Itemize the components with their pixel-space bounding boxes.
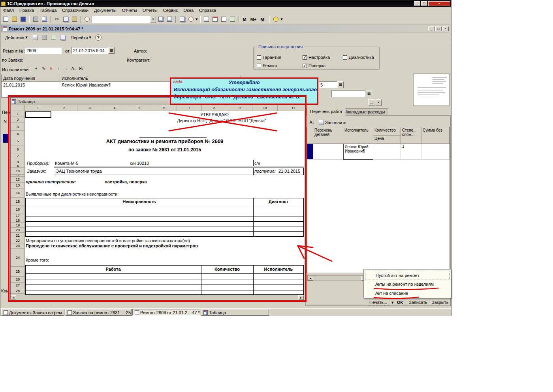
open-icon[interactable] bbox=[10, 15, 18, 23]
clear-field-button[interactable]: × bbox=[376, 99, 382, 106]
sheet-row-header[interactable]: 24 bbox=[11, 249, 25, 267]
sort-desc-icon[interactable]: Я↓ bbox=[78, 65, 85, 72]
tab-work-list[interactable]: Перечень работ bbox=[307, 108, 346, 116]
executors-col-date[interactable]: Дата поручения bbox=[2, 75, 60, 82]
sheet-body[interactable]: УТВЕРЖДАЮ Директор НПЦ "Дельта" ОАО "НПП… bbox=[25, 111, 304, 295]
task-repair[interactable]: Ремонт 2609 от 21.01.2...:47 * bbox=[132, 309, 200, 316]
repair-no-input[interactable] bbox=[25, 47, 62, 54]
refresh-icon[interactable] bbox=[50, 34, 58, 41]
sheet-row-header[interactable]: 25 bbox=[11, 267, 25, 277]
sheet-row-header[interactable]: 3 bbox=[11, 123, 25, 131]
grid-col-degree[interactable]: Степе... слож... bbox=[401, 127, 421, 144]
save-icon[interactable] bbox=[19, 15, 27, 23]
print-preview-icon[interactable] bbox=[40, 15, 48, 23]
doc-close-button[interactable]: × bbox=[442, 26, 449, 31]
executors-row-date[interactable]: 21.01.2015 bbox=[2, 82, 60, 89]
menu-item-catalogs[interactable]: Справочники bbox=[59, 7, 91, 13]
sheet-row-header[interactable]: 17 bbox=[11, 213, 25, 218]
sheet-col-header[interactable]: 1 bbox=[25, 105, 51, 111]
memory-m-plus-button[interactable]: М+ bbox=[249, 16, 258, 23]
menu-item-table[interactable]: Таблица bbox=[37, 7, 59, 13]
checkbox-setup[interactable]: ✓ Настройка bbox=[303, 55, 330, 60]
menu-item-edit[interactable]: Правка bbox=[17, 7, 37, 13]
sheet-row-header[interactable]: 8 bbox=[11, 159, 25, 165]
show-table-icon[interactable] bbox=[32, 34, 40, 41]
menu-item-reports1[interactable]: Отчеты bbox=[119, 7, 140, 13]
find-icon[interactable] bbox=[83, 15, 91, 23]
menu-item-file[interactable]: Файл bbox=[0, 7, 17, 13]
sheet-row-header[interactable]: 16 bbox=[11, 205, 25, 213]
copy-format-icon[interactable] bbox=[178, 15, 186, 23]
toolbar-overflow-icon[interactable]: ▾ bbox=[280, 17, 283, 22]
task-spreadsheet[interactable]: Таблица bbox=[201, 309, 269, 316]
checkbox-warranty[interactable]: Гарантия bbox=[257, 55, 281, 60]
sheet-col-header[interactable]: 5 bbox=[127, 105, 152, 111]
close-button[interactable]: × bbox=[428, 1, 450, 6]
date-field-calendar-icon[interactable]: ▦ bbox=[366, 90, 372, 97]
sheet-row-header[interactable]: 13 bbox=[11, 183, 25, 188]
sheet-row-header[interactable]: 28 bbox=[11, 288, 25, 294]
panel-horizontal-scrollbar[interactable]: ◄ ► bbox=[307, 275, 367, 281]
sheet-col-header[interactable]: 3 bbox=[77, 105, 102, 111]
info-dropdown-icon[interactable]: ▾ bbox=[196, 17, 198, 22]
checkbox-diagnostics[interactable]: Диагностика bbox=[343, 55, 374, 60]
copy-icon[interactable] bbox=[62, 15, 70, 23]
copy-document-icon[interactable] bbox=[59, 34, 67, 41]
sheet-row-header[interactable]: 19 bbox=[11, 223, 25, 228]
sheet-row-header[interactable]: 18 bbox=[11, 218, 25, 223]
sheet-cursor-cell[interactable] bbox=[25, 111, 51, 118]
grid-cell-sum[interactable] bbox=[421, 144, 450, 160]
tab-overheads[interactable]: Накладные расходы bbox=[340, 108, 388, 116]
checkbox-repair[interactable]: Ремонт bbox=[257, 63, 278, 68]
save-button[interactable]: Записать bbox=[406, 299, 430, 305]
menu-item-documents[interactable]: Документы bbox=[91, 7, 119, 13]
sheet-row-header[interactable]: 10 bbox=[11, 168, 25, 175]
grid-cell-executor[interactable]: Лелюх Юрий Иванович¶ bbox=[343, 144, 373, 160]
delete-icon[interactable]: × bbox=[48, 65, 55, 72]
sheet-col-header[interactable]: 6 bbox=[152, 105, 177, 111]
sort-icon[interactable]: А↓ bbox=[308, 119, 315, 126]
scroll-left-icon[interactable]: ◄ bbox=[308, 276, 313, 281]
sheet-row-header[interactable]: 4 bbox=[11, 131, 25, 137]
goto-button[interactable]: Перейти▾ bbox=[68, 34, 94, 41]
menu-item-reports2[interactable]: Отчеты bbox=[140, 7, 160, 13]
doc-minimize-button[interactable]: _ bbox=[428, 26, 434, 31]
scroll-left-icon[interactable]: ◄ bbox=[11, 295, 16, 300]
calendar-icon[interactable] bbox=[211, 15, 219, 23]
menu-item-help[interactable]: Справка bbox=[196, 7, 219, 13]
grid-col-sum[interactable]: Сумма без bbox=[421, 127, 450, 144]
close-doc-button[interactable]: Закрыть bbox=[429, 299, 451, 305]
sheet-row-header[interactable]: 5 bbox=[11, 137, 25, 145]
checkbox-box[interactable] bbox=[257, 64, 261, 68]
sheet-row-header[interactable]: 15 bbox=[11, 198, 25, 205]
sheet-row-header[interactable]: 6 bbox=[11, 145, 25, 153]
grid-col-price[interactable]: Цена bbox=[373, 136, 401, 144]
new-document-icon[interactable] bbox=[2, 15, 9, 23]
sheet-col-header[interactable]: 7 bbox=[177, 105, 202, 111]
checkbox-box[interactable]: ✓ bbox=[303, 64, 307, 68]
grid-row-indicator[interactable] bbox=[307, 144, 313, 160]
memory-m-button[interactable]: М bbox=[241, 16, 248, 23]
actions-button[interactable]: Действия▾ bbox=[2, 34, 30, 41]
paste-icon[interactable] bbox=[70, 15, 78, 23]
menu-item-writeoff-act[interactable]: Акт на списание bbox=[365, 289, 450, 298]
sheet-horizontal-scrollbar[interactable]: ◄ ► bbox=[11, 295, 304, 300]
scroll-right-icon[interactable]: ► bbox=[298, 295, 304, 300]
print-button[interactable]: Печать... bbox=[367, 299, 389, 306]
toolbar-search-input[interactable] bbox=[92, 16, 150, 23]
grid-col-details[interactable]: Перечень деталей bbox=[313, 127, 343, 144]
checkbox-box[interactable]: ✓ bbox=[303, 55, 307, 60]
sheet-corner-cell[interactable] bbox=[11, 105, 25, 111]
grid-cell-quantity[interactable] bbox=[373, 144, 401, 160]
help-icon[interactable]: ? bbox=[95, 34, 102, 41]
calculator-icon[interactable] bbox=[220, 15, 228, 23]
repair-date-input[interactable] bbox=[71, 47, 108, 54]
sheet-row-header[interactable]: 14 bbox=[11, 188, 25, 198]
menu-item-service[interactable]: Сервис bbox=[160, 7, 181, 13]
memory-m-minus-button[interactable]: М- bbox=[259, 16, 267, 23]
sheet-col-header[interactable]: 11 bbox=[278, 105, 304, 111]
sheet-col-header[interactable]: 2 bbox=[51, 105, 77, 111]
sheet-row-header[interactable]: 23 bbox=[11, 243, 25, 249]
lamp-icon[interactable] bbox=[272, 15, 280, 23]
cut-icon[interactable]: ✂ bbox=[53, 15, 61, 23]
